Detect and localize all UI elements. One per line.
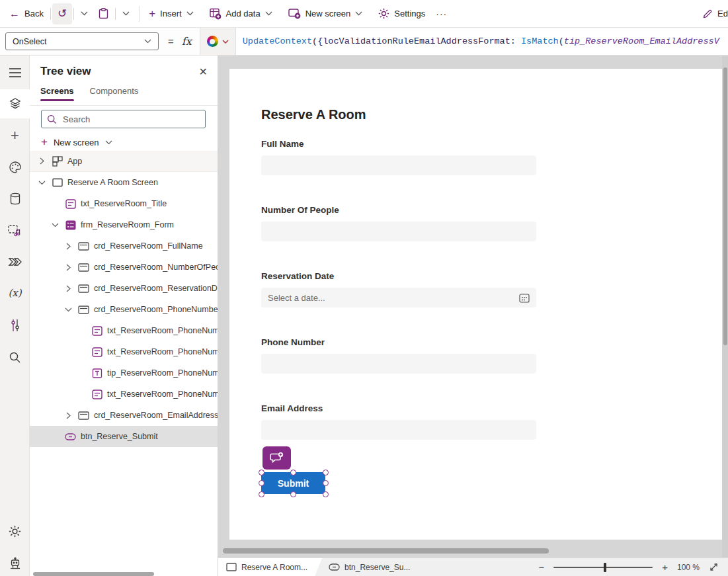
selection-handle-middle-left[interactable] <box>259 480 264 486</box>
tree-search-box[interactable] <box>41 110 206 128</box>
chevron-right-icon[interactable] <box>63 241 73 251</box>
tab-components[interactable]: Components <box>90 86 139 101</box>
email-address-input[interactable] <box>261 420 536 440</box>
settings-button[interactable]: Settings <box>373 3 430 24</box>
scrollbar-thumb[interactable] <box>723 67 727 345</box>
tree-item-app[interactable]: App <box>30 151 218 172</box>
text-control-icon <box>91 325 102 337</box>
breadcrumb-screen[interactable]: Reserve A Room... <box>218 558 322 576</box>
menu-button[interactable] <box>0 58 30 87</box>
selection-handle-top-center[interactable] <box>290 470 296 475</box>
breadcrumb-control[interactable]: btn_Reserve_Su... <box>322 563 417 572</box>
tree-item-card[interactable]: crd_ReserveRoom_ReservationDate <box>30 278 218 299</box>
paste-menu-chevron[interactable] <box>117 3 135 24</box>
tree-horizontal-scrollbar[interactable] <box>33 572 154 576</box>
tree-item-card[interactable]: crd_ReserveRoom_FullName <box>30 235 218 257</box>
canvas-horizontal-scrollbar[interactable] <box>223 548 549 554</box>
formula-input[interactable]: UpdateContext({locValidationRuleEmailAdd… <box>236 28 728 55</box>
zoom-percentage: 100 % <box>677 563 700 572</box>
tree-item-control[interactable]: txt_ReserveRoom_PhoneNumber <box>30 320 218 341</box>
phone-number-input[interactable] <box>261 354 536 374</box>
zoom-out-button[interactable]: − <box>538 561 544 573</box>
tree-item-control[interactable]: txt_ReserveRoom_Title <box>30 193 218 214</box>
selection-handle-top-right[interactable] <box>323 470 329 475</box>
chevron-down-icon[interactable] <box>50 220 60 230</box>
tree-item-label: txt_ReserveRoom_PhoneNumber <box>107 326 218 335</box>
more-commands-button[interactable]: ··· <box>430 3 452 24</box>
chevron-down-icon[interactable] <box>63 304 73 315</box>
edit-button[interactable]: Ed <box>697 3 728 24</box>
tree-item-control[interactable]: txt_ReserveRoom_PhoneNumber <box>30 341 218 362</box>
submit-button-label: Submit <box>278 478 309 489</box>
chevron-right-icon[interactable] <box>63 410 73 421</box>
selection-handle-bottom-center[interactable] <box>290 491 296 497</box>
tree-item-form[interactable]: frm_ReserveRoom_Form <box>30 214 218 235</box>
insert-nav-button[interactable]: + <box>0 121 30 150</box>
advanced-tools-nav-button[interactable] <box>0 311 30 340</box>
tree-item-control[interactable]: tip_ReserveRoom_PhoneNumber <box>30 362 218 384</box>
search-nav-button[interactable] <box>0 343 30 372</box>
field-label-reservation-date: Reservation Date <box>261 271 334 281</box>
zoom-slider[interactable] <box>553 563 653 572</box>
search-input[interactable] <box>61 114 200 125</box>
ai-agent-nav-button[interactable] <box>0 549 30 576</box>
selection-handle-middle-right[interactable] <box>323 480 329 486</box>
number-of-people-input[interactable] <box>261 222 536 241</box>
zoom-in-button[interactable]: + <box>662 561 668 573</box>
undo-menu-chevron[interactable] <box>75 3 93 24</box>
add-data-button[interactable]: Add data <box>204 3 278 24</box>
chevron-right-icon[interactable] <box>36 156 47 167</box>
app-settings-nav-button[interactable] <box>0 516 30 546</box>
tree-item-card[interactable]: crd_ReserveRoom_EmailAddress <box>30 405 218 426</box>
canvas-vertical-scrollbar[interactable] <box>722 56 728 557</box>
zoom-slider-thumb[interactable] <box>604 563 606 572</box>
selection-handle-bottom-left[interactable] <box>259 491 264 497</box>
insert-button[interactable]: + Insert <box>143 3 198 24</box>
media-nav-button[interactable] <box>0 216 30 245</box>
chevron-down-icon[interactable] <box>36 177 47 188</box>
reservation-date-input[interactable]: Select a date... <box>261 288 536 308</box>
app-screen-canvas[interactable]: Reserve A Room Full Name Number Of Peopl… <box>229 69 722 540</box>
close-icon[interactable]: ✕ <box>199 65 208 78</box>
data-nav-button[interactable] <box>0 185 30 214</box>
formula-token: locValidationRuleEmailAddressFormat <box>323 36 510 46</box>
plus-icon: + <box>41 136 48 149</box>
gear-icon <box>378 8 389 19</box>
property-selector-dropdown[interactable]: OnSelect <box>5 32 159 50</box>
tree-item-card[interactable]: crd_ReserveRoom_NumberOfPeople <box>30 257 218 278</box>
full-name-input[interactable] <box>261 155 536 175</box>
add-comment-badge[interactable] <box>263 446 291 470</box>
variables-nav-button[interactable]: (x) <box>0 278 30 308</box>
undo-icon: ↺ <box>58 7 67 21</box>
power-automate-nav-button[interactable] <box>0 247 30 276</box>
selection-handle-top-left[interactable] <box>259 470 264 475</box>
paste-button[interactable] <box>93 3 114 24</box>
tree-view-tabs: Screens Components <box>30 86 218 106</box>
chevron-right-icon[interactable] <box>63 283 73 294</box>
settings-label: Settings <box>394 9 425 19</box>
chevron-right-icon[interactable] <box>63 262 73 272</box>
copilot-button[interactable] <box>200 28 236 55</box>
formula-bar: OnSelect = fx UpdateContext({locValidati… <box>0 28 728 56</box>
tree-item-card[interactable]: crd_ReserveRoom_PhoneNumber <box>30 299 218 320</box>
tree-item-label: txt_ReserveRoom_PhoneNumber <box>107 390 218 399</box>
power-apps-studio: ← Back ↺ + Insert Add data <box>0 0 728 576</box>
tree-item-control[interactable]: txt_ReserveRoom_PhoneNumber <box>30 384 218 405</box>
tree-view-nav-button[interactable] <box>0 89 30 118</box>
chevron-down-icon <box>265 11 272 16</box>
tab-screens[interactable]: Screens <box>40 86 74 101</box>
tree-item-submit-button[interactable]: btn_Reserve_Submit <box>30 426 218 447</box>
field-label-number-of-people: Number Of People <box>261 205 339 215</box>
tree-item-label: txt_ReserveRoom_Title <box>81 199 167 208</box>
new-screen-label: New screen <box>305 9 351 19</box>
fit-to-window-icon[interactable] <box>709 562 719 572</box>
selection-handle-bottom-right[interactable] <box>323 491 329 497</box>
formula-token: ( <box>559 36 564 46</box>
status-bar: Reserve A Room... btn_Reserve_Su... − + … <box>218 557 728 576</box>
tree-item-screen[interactable]: Reserve A Room Screen <box>30 172 218 193</box>
new-screen-button[interactable]: New screen <box>283 3 368 24</box>
back-button[interactable]: ← Back <box>4 3 49 24</box>
new-screen-menu-button[interactable]: + New screen <box>41 134 112 151</box>
theme-nav-button[interactable] <box>0 153 30 182</box>
undo-button[interactable]: ↺ <box>52 3 72 24</box>
